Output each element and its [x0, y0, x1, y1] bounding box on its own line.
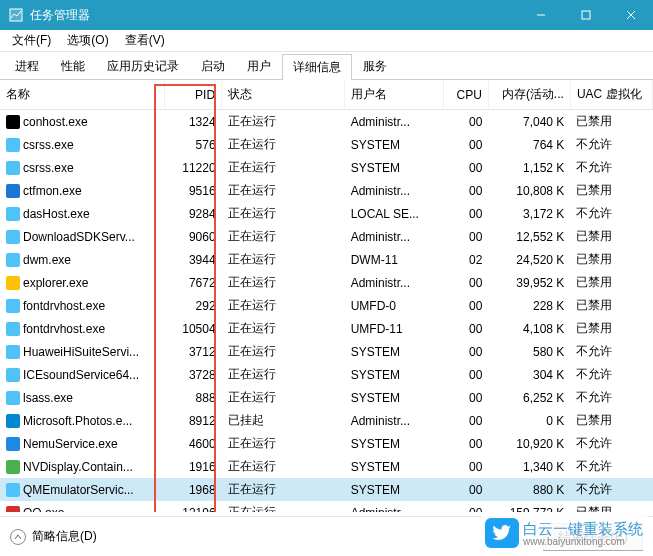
- table-row[interactable]: dwm.exe3944正在运行DWM-110224,520 K已禁用: [0, 248, 653, 271]
- table-row[interactable]: DownloadSDKServ...9060正在运行Administr...00…: [0, 225, 653, 248]
- process-icon: [6, 230, 20, 244]
- tab-4[interactable]: 用户: [236, 53, 282, 79]
- tab-1[interactable]: 性能: [50, 53, 96, 79]
- process-icon: [6, 138, 20, 152]
- chevron-up-icon[interactable]: [10, 529, 26, 545]
- menu-view[interactable]: 查看(V): [117, 30, 173, 51]
- process-icon: [6, 184, 20, 198]
- process-icon: [6, 345, 20, 359]
- table-row[interactable]: QQ.exe12196正在运行Administr...00159,772 K已禁…: [0, 501, 653, 512]
- process-icon: [6, 299, 20, 313]
- table-row[interactable]: HuaweiHiSuiteServi...3712正在运行SYSTEM00580…: [0, 340, 653, 363]
- table-row[interactable]: conhost.exe1324正在运行Administr...007,040 K…: [0, 110, 653, 134]
- table-row[interactable]: dasHost.exe9284正在运行LOCAL SE...003,172 K不…: [0, 202, 653, 225]
- table-row[interactable]: fontdrvhost.exe10504正在运行UMFD-11004,108 K…: [0, 317, 653, 340]
- process-icon: [6, 414, 20, 428]
- process-icon: [6, 483, 20, 497]
- tab-6[interactable]: 服务: [352, 53, 398, 79]
- menubar: 文件(F) 选项(O) 查看(V): [0, 30, 653, 52]
- process-icon: [6, 161, 20, 175]
- process-table-wrap: 名称 PID 状态 用户名 CPU 内存(活动... UAC 虚拟化 conho…: [0, 80, 653, 512]
- tabs: 进程性能应用历史记录启动用户详细信息服务: [0, 52, 653, 80]
- col-name[interactable]: 名称: [0, 80, 164, 110]
- table-row[interactable]: fontdrvhost.exe292正在运行UMFD-000228 K已禁用: [0, 294, 653, 317]
- process-icon: [6, 115, 20, 129]
- col-mem[interactable]: 内存(活动...: [488, 80, 570, 110]
- process-icon: [6, 506, 20, 513]
- process-icon: [6, 276, 20, 290]
- table-row[interactable]: Microsoft.Photos.e...8912已挂起Administr...…: [0, 409, 653, 432]
- titlebar[interactable]: 任务管理器: [0, 0, 653, 30]
- menu-options[interactable]: 选项(O): [59, 30, 116, 51]
- tab-0[interactable]: 进程: [4, 53, 50, 79]
- watermark-bird-icon: [485, 518, 519, 548]
- process-table: 名称 PID 状态 用户名 CPU 内存(活动... UAC 虚拟化 conho…: [0, 80, 653, 512]
- col-user[interactable]: 用户名: [345, 80, 443, 110]
- process-icon: [6, 460, 20, 474]
- table-row[interactable]: csrss.exe11220正在运行SYSTEM001,152 K不允许: [0, 156, 653, 179]
- table-row[interactable]: ICEsoundService64...3728正在运行SYSTEM00304 …: [0, 363, 653, 386]
- process-icon: [6, 391, 20, 405]
- process-icon: [6, 207, 20, 221]
- table-row[interactable]: explorer.exe7672正在运行Administr...0039,952…: [0, 271, 653, 294]
- table-header-row: 名称 PID 状态 用户名 CPU 内存(活动... UAC 虚拟化: [0, 80, 653, 110]
- task-manager-icon: [8, 7, 24, 23]
- tab-2[interactable]: 应用历史记录: [96, 53, 190, 79]
- close-button[interactable]: [608, 0, 653, 30]
- table-row[interactable]: lsass.exe888正在运行SYSTEM006,252 K不允许: [0, 386, 653, 409]
- col-uac[interactable]: UAC 虚拟化: [570, 80, 652, 110]
- watermark-url: www.baiyunxitong.com: [523, 536, 643, 547]
- table-row[interactable]: NVDisplay.Contain...1916正在运行SYSTEM001,34…: [0, 455, 653, 478]
- brief-info-link[interactable]: 简略信息(D): [32, 528, 97, 545]
- table-row[interactable]: ctfmon.exe9516正在运行Administr...0010,808 K…: [0, 179, 653, 202]
- watermark-brand: 白云一键重装系统: [523, 520, 643, 537]
- process-icon: [6, 322, 20, 336]
- watermark: 白云一键重装系统 www.baiyunxitong.com: [481, 516, 647, 550]
- menu-file[interactable]: 文件(F): [4, 30, 59, 51]
- tab-5[interactable]: 详细信息: [282, 54, 352, 80]
- table-row[interactable]: csrss.exe576正在运行SYSTEM00764 K不允许: [0, 133, 653, 156]
- col-pid[interactable]: PID: [164, 80, 221, 110]
- process-icon: [6, 368, 20, 382]
- tab-3[interactable]: 启动: [190, 53, 236, 79]
- svg-rect-2: [582, 11, 590, 19]
- minimize-button[interactable]: [518, 0, 563, 30]
- col-cpu[interactable]: CPU: [443, 80, 488, 110]
- table-row[interactable]: QMEmulatorServic...1968正在运行SYSTEM00880 K…: [0, 478, 653, 501]
- process-icon: [6, 253, 20, 267]
- col-status[interactable]: 状态: [222, 80, 345, 110]
- maximize-button[interactable]: [563, 0, 608, 30]
- window-title: 任务管理器: [30, 7, 518, 24]
- process-icon: [6, 437, 20, 451]
- table-row[interactable]: NemuService.exe4600正在运行SYSTEM0010,920 K不…: [0, 432, 653, 455]
